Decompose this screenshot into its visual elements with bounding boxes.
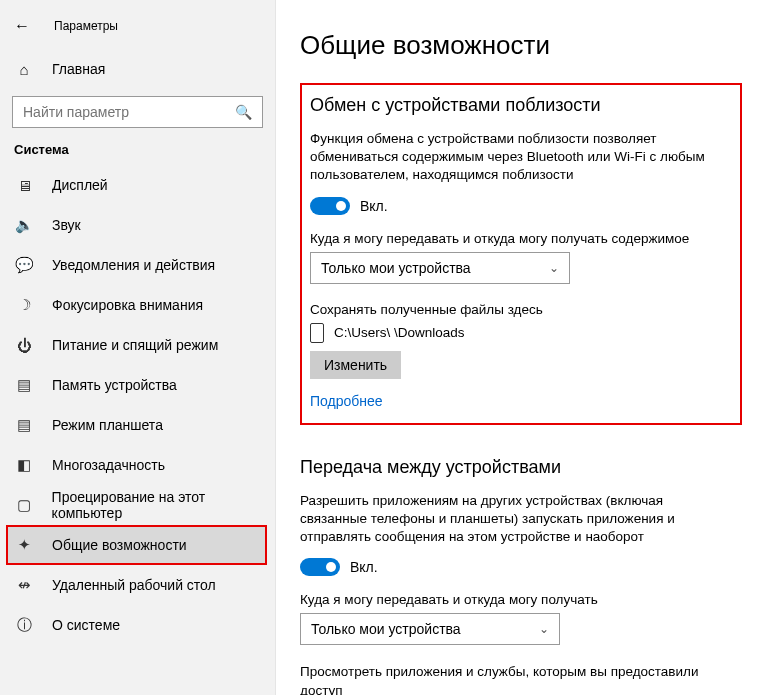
learn-more-link[interactable]: Подробнее (310, 393, 728, 409)
sidebar-item-label: Удаленный рабочий стол (52, 577, 216, 593)
window-header: ← Параметры (0, 6, 275, 46)
across-devices-group: Передача между устройствами Разрешить пр… (300, 447, 742, 695)
search-icon: 🔍 (235, 104, 252, 120)
sidebar-item-shared[interactable]: ✦ Общие возможности (6, 525, 267, 565)
storage-icon: ▤ (14, 376, 34, 394)
sound-icon: 🔈 (14, 216, 34, 234)
nearby-transfer-label: Куда я могу передавать и откуда могу пол… (310, 231, 728, 246)
nearby-toggle-label: Вкл. (360, 198, 388, 214)
nearby-transfer-select[interactable]: Только мои устройства ⌄ (310, 252, 570, 284)
share-icon: ✦ (14, 536, 34, 554)
chevron-down-icon: ⌄ (539, 622, 549, 636)
device-icon (310, 323, 324, 343)
sidebar-item-label: О системе (52, 617, 120, 633)
nearby-toggle[interactable] (310, 197, 350, 215)
search-field[interactable] (21, 103, 254, 121)
across-toggle-label: Вкл. (350, 559, 378, 575)
nearby-save-path: C:\Users\ \Downloads (334, 325, 465, 340)
sidebar-item-focus[interactable]: ☽ Фокусировка внимания (0, 285, 275, 325)
sidebar-item-label: Дисплей (52, 177, 108, 193)
across-toggle[interactable] (300, 558, 340, 576)
across-footer: Просмотреть приложения и службы, которым… (300, 663, 730, 695)
back-icon[interactable]: ← (14, 17, 30, 35)
change-button[interactable]: Изменить (310, 351, 401, 379)
sidebar-item-label: Уведомления и действия (52, 257, 215, 273)
across-title: Передача между устройствами (300, 457, 742, 478)
remote-icon: ↮ (14, 576, 34, 594)
multitask-icon: ◧ (14, 456, 34, 474)
sidebar-item-label: Проецирование на этот компьютер (52, 489, 275, 521)
info-icon: ⓘ (14, 616, 34, 635)
nearby-desc: Функция обмена с устройствами поблизости… (310, 130, 728, 185)
sidebar-item-about[interactable]: ⓘ О системе (0, 605, 275, 645)
across-transfer-select[interactable]: Только мои устройства ⌄ (300, 613, 560, 645)
home-icon: ⌂ (14, 61, 34, 78)
sidebar-item-tablet[interactable]: ▤ Режим планшета (0, 405, 275, 445)
sidebar-item-display[interactable]: 🖥 Дисплей (0, 165, 275, 205)
monitor-icon: 🖥 (14, 177, 34, 194)
across-transfer-label: Куда я могу передавать и откуда могу пол… (300, 592, 742, 607)
search-input[interactable]: 🔍 (12, 96, 263, 128)
sidebar-item-label: Общие возможности (52, 537, 187, 553)
moon-icon: ☽ (14, 296, 34, 314)
page-title: Общие возможности (300, 30, 742, 61)
sidebar: ← Параметры ⌂ Главная 🔍 Система 🖥 Диспле… (0, 0, 276, 695)
power-icon: ⏻ (14, 337, 34, 354)
project-icon: ▢ (14, 496, 34, 514)
window-title: Параметры (54, 19, 118, 33)
sidebar-item-multitask[interactable]: ◧ Многозадачность (0, 445, 275, 485)
sidebar-item-projecting[interactable]: ▢ Проецирование на этот компьютер (0, 485, 275, 525)
content-pane: Общие возможности Обмен с устройствами п… (276, 0, 768, 695)
sidebar-item-sound[interactable]: 🔈 Звук (0, 205, 275, 245)
nearby-title: Обмен с устройствами поблизости (310, 95, 728, 116)
sidebar-item-notifications[interactable]: 💬 Уведомления и действия (0, 245, 275, 285)
nearby-toggle-row: Вкл. (310, 197, 728, 215)
nearby-save-path-row: C:\Users\ \Downloads (310, 323, 728, 343)
sidebar-item-label: Фокусировка внимания (52, 297, 203, 313)
chevron-down-icon: ⌄ (549, 261, 559, 275)
sidebar-item-power[interactable]: ⏻ Питание и спящий режим (0, 325, 275, 365)
nearby-save-label: Сохранять полученные файлы здесь (310, 302, 728, 317)
nearby-sharing-group: Обмен с устройствами поблизости Функция … (300, 83, 742, 425)
sidebar-item-storage[interactable]: ▤ Память устройства (0, 365, 275, 405)
sidebar-item-label: Режим планшета (52, 417, 163, 433)
across-desc: Разрешить приложениям на других устройст… (300, 492, 730, 547)
sidebar-item-label: Звук (52, 217, 81, 233)
sidebar-item-label: Память устройства (52, 377, 177, 393)
select-value: Только мои устройства (321, 260, 471, 276)
home-row[interactable]: ⌂ Главная (0, 50, 275, 88)
sidebar-section-label: Система (0, 142, 275, 157)
sidebar-item-remote[interactable]: ↮ Удаленный рабочий стол (0, 565, 275, 605)
select-value: Только мои устройства (311, 621, 461, 637)
sidebar-item-label: Многозадачность (52, 457, 165, 473)
home-label: Главная (52, 61, 105, 77)
tablet-icon: ▤ (14, 416, 34, 434)
across-toggle-row: Вкл. (300, 558, 742, 576)
sidebar-item-label: Питание и спящий режим (52, 337, 218, 353)
notification-icon: 💬 (14, 256, 34, 274)
